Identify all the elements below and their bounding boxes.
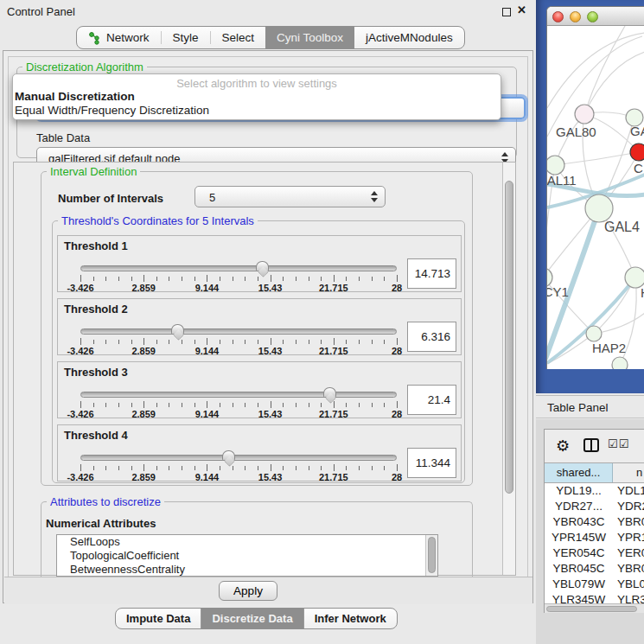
- threshold-label: Threshold 4: [64, 429, 128, 442]
- threshold-slider[interactable]: -3.4262.8599.14415.4321.71528: [80, 260, 397, 291]
- settings-scrollbar[interactable]: [502, 163, 515, 575]
- table-row[interactable]: YBR045CYBR0: [545, 561, 644, 577]
- dropdown-placeholder: Select algorithm to view settings: [13, 77, 501, 90]
- table-toolbar: ⚙ ☑☑: [545, 430, 644, 462]
- spinner-arrows-icon: [371, 191, 378, 202]
- thresholds-group: Threshold's Coordinates for 5 Intervals …: [52, 220, 465, 483]
- close-icon[interactable]: ✕: [517, 3, 526, 16]
- bottom-tab-bar: Impute Data Discretize Data Infer Networ…: [115, 608, 398, 629]
- threshold-rows: Threshold 1 -3.4262.8599.14415.4321.7152…: [53, 235, 464, 481]
- tab-network[interactable]: Network: [77, 27, 161, 48]
- network-icon: [88, 30, 101, 45]
- threshold-slider[interactable]: -3.4262.8599.14415.4321.71528: [80, 323, 397, 354]
- tab-jactivemnodules[interactable]: jActiveMNodules: [354, 27, 464, 48]
- float-window-icon[interactable]: [502, 8, 511, 16]
- threshold-slider[interactable]: -3.4262.8599.14415.4321.71528: [80, 386, 397, 418]
- slider-ticks: [80, 464, 397, 472]
- numerical-attributes-list[interactable]: SelfLoopsTopologicalCoefficientBetweenne…: [56, 534, 438, 577]
- slider-track[interactable]: [80, 392, 397, 398]
- slider-thumb[interactable]: [323, 387, 336, 397]
- interval-definition-group: Interval Definition Number of Intervals …: [41, 171, 473, 486]
- network-canvas[interactable]: GAL80GACGAL11GAL4GCY1HHAP2: [547, 26, 644, 369]
- svg-text:GAL80: GAL80: [556, 124, 596, 139]
- tab-select[interactable]: Select: [211, 27, 266, 48]
- slider-thumb[interactable]: [171, 324, 184, 334]
- algorithm-settings-scrollpane: Interval Definition Number of Intervals …: [13, 162, 516, 576]
- attribute-list-item[interactable]: BetweennessCentrality: [57, 563, 437, 577]
- threshold-slider[interactable]: -3.4262.8599.14415.4321.71528: [80, 450, 397, 481]
- columns-icon[interactable]: [583, 438, 599, 452]
- tab-cyni-toolbox[interactable]: Cyni Toolbox: [265, 27, 354, 48]
- control-panel: Control Panel ✕ Network Style Select Cyn…: [0, 0, 536, 644]
- table-row[interactable]: YLR345WYLR3: [545, 592, 644, 603]
- slider-thumb[interactable]: [256, 261, 269, 271]
- list-scrollbar[interactable]: [425, 535, 437, 576]
- algorithm-dropdown-popup: Select algorithm to view settings Manual…: [12, 73, 501, 120]
- column-header-shared-name[interactable]: shared...: [545, 463, 613, 482]
- tab-discretize-data[interactable]: Discretize Data: [201, 609, 303, 628]
- slider-track[interactable]: [80, 455, 397, 461]
- right-panel: GAL80GACGAL11GAL4GCY1HHAP2 Table Panel ⚙…: [536, 0, 644, 644]
- group-title: Interval Definition: [47, 165, 140, 178]
- panel-title: Control Panel: [7, 5, 75, 18]
- slider-thumb[interactable]: [222, 450, 235, 460]
- network-window[interactable]: GAL80GACGAL11GAL4GCY1HHAP2: [546, 6, 644, 369]
- tab-infer-network[interactable]: Infer Network: [304, 609, 397, 628]
- gear-icon[interactable]: ⚙: [556, 437, 570, 456]
- attributes-to-discretize-group: Attributes to discretize Numerical Attri…: [41, 501, 473, 577]
- horizontal-scrollbar[interactable]: [545, 603, 644, 613]
- slider-tick-labels: -3.4262.8599.14415.4321.71528: [80, 283, 397, 293]
- apply-bar: Apply: [4, 577, 532, 604]
- threshold-row: Threshold 1 -3.4262.8599.14415.4321.7152…: [57, 235, 462, 292]
- table-row[interactable]: YPR145WYPR1: [545, 530, 644, 545]
- table-row[interactable]: YDR27...YDR2: [545, 499, 644, 514]
- svg-text:C: C: [634, 161, 643, 175]
- apply-button[interactable]: Apply: [219, 581, 277, 601]
- table-row[interactable]: YDL19...YDL1: [545, 483, 644, 499]
- threshold-value-field[interactable]: 14.713: [407, 258, 456, 289]
- table-header-row: shared... n: [545, 462, 644, 483]
- select-columns-icons[interactable]: ☑☑: [608, 437, 629, 450]
- group-title: Threshold's Coordinates for 5 Intervals: [58, 214, 258, 227]
- svg-text:H: H: [641, 285, 644, 300]
- scrollbar-thumb[interactable]: [546, 606, 637, 612]
- tab-impute-data[interactable]: Impute Data: [116, 609, 201, 628]
- threshold-value-field[interactable]: 21.4: [407, 385, 456, 415]
- slider-ticks: [80, 338, 397, 346]
- slider-track[interactable]: [80, 328, 397, 335]
- zoom-traffic-light-icon[interactable]: [587, 11, 598, 22]
- spinner-value: 5: [209, 191, 215, 204]
- dropdown-option-manual-discretization[interactable]: Manual Discretization: [13, 90, 501, 104]
- num-intervals-spinner[interactable]: 5: [194, 186, 386, 207]
- number-of-intervals-label: Number of Intervals: [58, 192, 163, 205]
- dropdown-option-equal-width-frequency[interactable]: Equal Width/Frequency Discretization: [13, 104, 501, 118]
- tab-style[interactable]: Style: [162, 27, 210, 48]
- threshold-value-field[interactable]: 11.344: [407, 448, 456, 478]
- slider-track[interactable]: [80, 265, 397, 271]
- scrollbar-thumb[interactable]: [505, 181, 513, 494]
- minimize-traffic-light-icon[interactable]: [570, 11, 581, 22]
- threshold-row: Threshold 4 -3.4262.8599.14415.4321.7152…: [57, 424, 462, 481]
- threshold-value-field[interactable]: 6.316: [407, 322, 456, 352]
- checkbox-icon: ☑: [608, 437, 619, 450]
- svg-text:GCY1: GCY1: [547, 284, 569, 299]
- attribute-list-item[interactable]: SelfLoops: [57, 535, 437, 549]
- threshold-label: Threshold 1: [64, 239, 128, 252]
- column-header-name[interactable]: n: [613, 463, 644, 482]
- close-traffic-light-icon[interactable]: [552, 11, 564, 22]
- table-row[interactable]: YBL079WYBL0: [545, 577, 644, 592]
- svg-text:GAL11: GAL11: [547, 173, 577, 188]
- group-title: Discretization Algorithm: [22, 61, 147, 73]
- threshold-row: Threshold 3 -3.4262.8599.14415.4321.7152…: [57, 361, 462, 418]
- control-panel-titlebar: Control Panel ✕: [0, 0, 536, 22]
- svg-text:GAL4: GAL4: [604, 220, 640, 234]
- cyni-toolbox-panel: Discretization Algorithm Table Data galF…: [3, 50, 533, 603]
- table-row[interactable]: YBR043CYBR0: [545, 514, 644, 530]
- group-title: Attributes to discretize: [47, 495, 164, 508]
- checkbox-icon: ☑: [619, 437, 630, 450]
- top-tab-bar: Network Style Select Cyni Toolbox jActiv…: [76, 26, 465, 49]
- attribute-list-item[interactable]: TopologicalCoefficient: [57, 549, 437, 563]
- threshold-label: Threshold 2: [64, 303, 128, 316]
- table-row[interactable]: YER054CYER0: [545, 545, 644, 561]
- slider-ticks: [80, 275, 397, 283]
